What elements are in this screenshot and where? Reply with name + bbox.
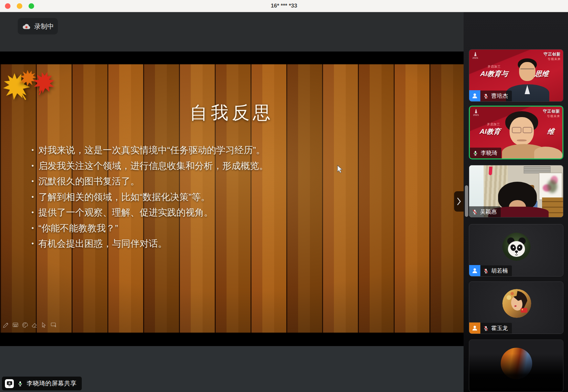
whiteboard-icon[interactable] xyxy=(12,322,19,328)
person-glasses xyxy=(523,127,532,133)
screen-share-icon xyxy=(5,379,14,388)
curtain-tassel xyxy=(489,167,492,175)
host-badge xyxy=(469,90,480,101)
banner-caption: 开启加三 xyxy=(488,65,501,69)
participant-tile[interactable]: 吴颖惠 xyxy=(469,165,563,217)
slide-bullet: “你能不能教教我？” xyxy=(32,220,426,236)
name-label: 霍玉龙 xyxy=(480,323,512,334)
name-label: 李晓琦 xyxy=(470,148,501,158)
screen-draw-icon[interactable] xyxy=(50,322,57,328)
slide-bullet: 有机会提出困惑，与同伴对话。 xyxy=(32,236,426,252)
eraser-icon[interactable] xyxy=(31,322,38,328)
conference-logo: 2021 xyxy=(472,52,478,59)
banner-caption: 开启加三 xyxy=(487,122,500,127)
slide-bullet: 对我来说，这是一次真实情境中“任务驱动的学习经历”。 xyxy=(32,142,426,158)
next-slide-tab[interactable] xyxy=(454,191,464,212)
slide-bullet: 提供了一个观察、理解、促进实践的视角。 xyxy=(32,205,426,220)
fade-overlay xyxy=(469,354,563,392)
slide-bullet: 启发我关注这个领域，进行信息收集和分析，形成概览。 xyxy=(32,158,426,174)
participant-name: 胡若楠 xyxy=(491,267,508,275)
mic-muted-icon xyxy=(483,325,489,332)
participant-tile-active-speaker[interactable]: 2021 守正创新 引领未来 开启加三 AI教育 维 李晓琦 xyxy=(469,106,563,159)
person-glasses xyxy=(512,127,521,133)
zoom-meeting-window: 16* *** *33 录制中 自我反思 对我来说，这是一次真实情境中“任务驱动… xyxy=(0,0,568,392)
portrait-avatar xyxy=(502,289,531,318)
palette-icon[interactable] xyxy=(22,322,28,328)
participant-name: 吴颖惠 xyxy=(480,208,497,216)
banner-title-right: 维 xyxy=(547,127,555,136)
window-title: 16* *** *33 xyxy=(0,3,568,9)
name-label: 胡若楠 xyxy=(480,265,512,276)
mouse-cursor-icon xyxy=(337,165,343,174)
banner-title-left: AI教育与 xyxy=(480,69,509,78)
mic-muted-icon xyxy=(483,268,489,274)
panda-avatar xyxy=(502,233,531,261)
participant-name: 李晓琦 xyxy=(481,149,497,157)
mic-muted-icon xyxy=(472,209,478,215)
host-badge xyxy=(469,265,480,276)
mic-on-icon xyxy=(17,380,23,387)
pointer-icon[interactable] xyxy=(41,322,47,328)
name-label: 吴颖惠 xyxy=(469,206,501,217)
pencil-icon[interactable] xyxy=(3,322,9,328)
cloud-recording-icon xyxy=(22,23,31,30)
slide: 自我反思 对我来说，这是一次真实情境中“任务驱动的学习经历”。 启发我关注这个领… xyxy=(0,64,464,333)
participant-tile[interactable]: 霍玉龙 xyxy=(469,281,563,334)
banner-title-left: AI教育 xyxy=(479,127,501,136)
person-icon xyxy=(471,267,478,274)
participant-name: 曹培杰 xyxy=(491,92,508,100)
annotation-toolbar xyxy=(3,322,57,328)
slide-title: 自我反思 xyxy=(0,101,464,125)
attendee-badge xyxy=(469,322,480,334)
shared-screen-stage: 自我反思 对我来说，这是一次真实情境中“任务驱动的学习经历”。 启发我关注这个领… xyxy=(0,52,464,346)
mic-muted-icon xyxy=(483,93,489,99)
banner-title-right: 思维 xyxy=(535,69,549,78)
recording-label: 录制中 xyxy=(34,22,54,31)
person-shoulder xyxy=(534,147,562,159)
participant-tile[interactable]: 2021 守正创新 引领未来 开启加三 AI教育与 思维 曹培杰 xyxy=(469,49,563,102)
conference-logo: 2021 xyxy=(473,109,479,116)
banner-corner-text: 守正创新 引领未来 xyxy=(544,52,561,61)
banner-corner-text: 守正创新 引领未来 xyxy=(543,109,560,118)
slide-bullet: 了解到相关的领域，比如“数据化决策”等。 xyxy=(32,189,426,205)
sidebar-scrollbar[interactable] xyxy=(465,185,468,217)
person-mouth xyxy=(517,139,527,141)
person-icon xyxy=(471,93,478,99)
person-glasses xyxy=(520,69,534,72)
participant-name: 霍玉龙 xyxy=(491,324,508,332)
flower-painting xyxy=(539,173,562,200)
macos-titlebar: 16* *** *33 xyxy=(0,0,568,12)
person-icon xyxy=(471,325,478,331)
participant-tile-partial[interactable] xyxy=(469,340,563,392)
participant-tile[interactable]: 胡若楠 xyxy=(469,224,563,277)
meeting-toolbar: 录制中 xyxy=(0,12,464,52)
slide-bullet-list: 对我来说，这是一次真实情境中“任务驱动的学习经历”。 启发我关注这个领域，进行信… xyxy=(32,142,426,252)
chevron-right-icon xyxy=(457,197,461,206)
recording-indicator[interactable]: 录制中 xyxy=(18,18,58,34)
mic-on-icon xyxy=(472,150,478,156)
participants-sidebar: 2021 守正创新 引领未来 开启加三 AI教育与 思维 曹培杰 xyxy=(464,12,568,392)
bottom-bar: 李晓琦的屏幕共享 xyxy=(0,346,464,392)
share-banner-label: 李晓琦的屏幕共享 xyxy=(27,379,76,388)
name-label: 曹培杰 xyxy=(480,91,512,101)
slide-bullet: 沉默很久的图书复活了。 xyxy=(32,174,426,189)
screen-share-banner: 李晓琦的屏幕共享 xyxy=(2,377,82,390)
